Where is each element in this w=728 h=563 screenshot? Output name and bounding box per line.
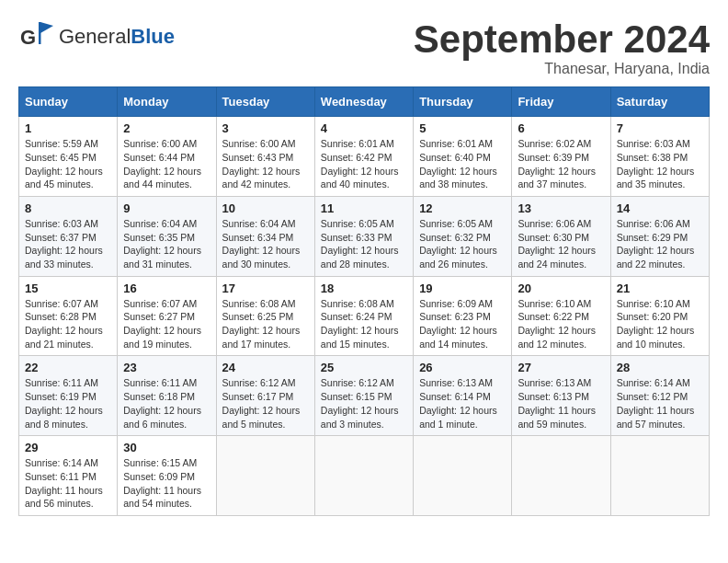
day-detail: Sunrise: 6:10 AM Sunset: 6:20 PM Dayligh… xyxy=(617,297,703,351)
day-detail: Sunrise: 5:59 AM Sunset: 6:45 PM Dayligh… xyxy=(25,137,111,191)
calendar-cell: 3 Sunrise: 6:00 AM Sunset: 6:43 PM Dayli… xyxy=(216,117,314,197)
day-number: 20 xyxy=(518,282,604,295)
day-number: 26 xyxy=(419,361,506,374)
day-detail: Sunrise: 6:06 AM Sunset: 6:30 PM Dayligh… xyxy=(518,217,604,271)
day-detail: Sunrise: 6:12 AM Sunset: 6:17 PM Dayligh… xyxy=(222,376,309,431)
calendar-cell: 12 Sunrise: 6:05 AM Sunset: 6:32 PM Dayl… xyxy=(414,196,512,276)
day-number: 14 xyxy=(617,201,703,215)
calendar-cell: 9 Sunrise: 6:04 AM Sunset: 6:35 PM Dayli… xyxy=(118,196,216,276)
day-number: 11 xyxy=(321,201,407,215)
day-detail: Sunrise: 6:15 AM Sunset: 6:09 PM Dayligh… xyxy=(123,456,210,511)
day-number: 5 xyxy=(419,121,506,135)
calendar-cell: 28 Sunrise: 6:14 AM Sunset: 6:12 PM Dayl… xyxy=(610,356,709,436)
day-number: 1 xyxy=(25,121,111,135)
day-number: 6 xyxy=(518,121,604,135)
calendar-header-row: SundayMondayTuesdayWednesdayThursdayFrid… xyxy=(19,87,710,117)
calendar-cell: 19 Sunrise: 6:09 AM Sunset: 6:23 PM Dayl… xyxy=(414,276,512,356)
calendar-cell: 17 Sunrise: 6:08 AM Sunset: 6:25 PM Dayl… xyxy=(216,276,314,356)
day-number: 23 xyxy=(123,361,210,374)
day-number: 17 xyxy=(222,282,309,295)
calendar-cell: 30 Sunrise: 6:15 AM Sunset: 6:09 PM Dayl… xyxy=(118,436,216,516)
calendar-cell: 25 Sunrise: 6:12 AM Sunset: 6:15 PM Dayl… xyxy=(314,356,413,436)
day-detail: Sunrise: 6:07 AM Sunset: 6:27 PM Dayligh… xyxy=(123,297,210,351)
day-number: 18 xyxy=(321,282,407,295)
calendar-week-row: 22 Sunrise: 6:11 AM Sunset: 6:19 PM Dayl… xyxy=(19,356,710,436)
calendar-cell: 18 Sunrise: 6:08 AM Sunset: 6:24 PM Dayl… xyxy=(314,276,413,356)
day-number: 12 xyxy=(419,201,506,215)
col-header-monday: Monday xyxy=(118,87,216,117)
calendar-cell: 2 Sunrise: 6:00 AM Sunset: 6:44 PM Dayli… xyxy=(118,117,216,197)
logo-blue: Blue xyxy=(131,25,175,48)
svg-rect-3 xyxy=(39,22,41,44)
day-number: 25 xyxy=(321,361,407,374)
day-number: 8 xyxy=(25,201,111,215)
day-detail: Sunrise: 6:02 AM Sunset: 6:39 PM Dayligh… xyxy=(518,137,604,191)
day-detail: Sunrise: 6:03 AM Sunset: 6:37 PM Dayligh… xyxy=(25,217,111,271)
calendar-cell: 15 Sunrise: 6:07 AM Sunset: 6:28 PM Dayl… xyxy=(19,276,118,356)
calendar-week-row: 8 Sunrise: 6:03 AM Sunset: 6:37 PM Dayli… xyxy=(19,196,710,276)
day-number: 2 xyxy=(123,121,210,135)
day-number: 29 xyxy=(25,441,111,454)
day-detail: Sunrise: 6:00 AM Sunset: 6:44 PM Dayligh… xyxy=(123,137,210,191)
day-detail: Sunrise: 6:08 AM Sunset: 6:25 PM Dayligh… xyxy=(222,297,309,351)
calendar-cell: 14 Sunrise: 6:06 AM Sunset: 6:29 PM Dayl… xyxy=(610,196,709,276)
day-detail: Sunrise: 6:07 AM Sunset: 6:28 PM Dayligh… xyxy=(25,297,111,351)
calendar-cell: 6 Sunrise: 6:02 AM Sunset: 6:39 PM Dayli… xyxy=(512,117,610,197)
day-detail: Sunrise: 6:04 AM Sunset: 6:35 PM Dayligh… xyxy=(123,217,210,271)
day-detail: Sunrise: 6:14 AM Sunset: 6:12 PM Dayligh… xyxy=(617,376,703,431)
day-detail: Sunrise: 6:11 AM Sunset: 6:18 PM Dayligh… xyxy=(123,376,210,431)
calendar-cell xyxy=(216,436,314,516)
calendar-cell xyxy=(414,436,512,516)
calendar-cell: 20 Sunrise: 6:10 AM Sunset: 6:22 PM Dayl… xyxy=(512,276,610,356)
logo-general: General xyxy=(59,25,131,48)
calendar-cell: 8 Sunrise: 6:03 AM Sunset: 6:37 PM Dayli… xyxy=(19,196,118,276)
calendar-cell xyxy=(314,436,413,516)
day-number: 21 xyxy=(617,282,703,295)
day-detail: Sunrise: 6:10 AM Sunset: 6:22 PM Dayligh… xyxy=(518,297,604,351)
logo-text: GeneralBlue xyxy=(59,25,175,49)
day-detail: Sunrise: 6:01 AM Sunset: 6:40 PM Dayligh… xyxy=(419,137,506,191)
calendar-cell: 10 Sunrise: 6:04 AM Sunset: 6:34 PM Dayl… xyxy=(216,196,314,276)
calendar-cell: 22 Sunrise: 6:11 AM Sunset: 6:19 PM Dayl… xyxy=(19,356,118,436)
calendar-cell: 24 Sunrise: 6:12 AM Sunset: 6:17 PM Dayl… xyxy=(216,356,314,436)
calendar-cell: 4 Sunrise: 6:01 AM Sunset: 6:42 PM Dayli… xyxy=(314,117,413,197)
col-header-tuesday: Tuesday xyxy=(216,87,314,117)
svg-text:G: G xyxy=(20,26,36,49)
calendar-cell: 5 Sunrise: 6:01 AM Sunset: 6:40 PM Dayli… xyxy=(414,117,512,197)
logo-icon: G xyxy=(18,18,55,55)
day-number: 15 xyxy=(25,282,111,295)
day-detail: Sunrise: 6:13 AM Sunset: 6:13 PM Dayligh… xyxy=(518,376,604,431)
calendar-cell: 16 Sunrise: 6:07 AM Sunset: 6:27 PM Dayl… xyxy=(118,276,216,356)
calendar-cell xyxy=(512,436,610,516)
calendar-week-row: 29 Sunrise: 6:14 AM Sunset: 6:11 PM Dayl… xyxy=(19,436,710,516)
logo: G GeneralBlue xyxy=(18,18,175,55)
calendar-cell: 27 Sunrise: 6:13 AM Sunset: 6:13 PM Dayl… xyxy=(512,356,610,436)
col-header-friday: Friday xyxy=(512,87,610,117)
day-detail: Sunrise: 6:09 AM Sunset: 6:23 PM Dayligh… xyxy=(419,297,506,351)
day-detail: Sunrise: 6:13 AM Sunset: 6:14 PM Dayligh… xyxy=(419,376,506,431)
day-number: 4 xyxy=(321,121,407,135)
day-number: 24 xyxy=(222,361,309,374)
calendar-cell xyxy=(610,436,709,516)
day-detail: Sunrise: 6:01 AM Sunset: 6:42 PM Dayligh… xyxy=(321,137,407,191)
day-number: 19 xyxy=(419,282,506,295)
day-detail: Sunrise: 6:12 AM Sunset: 6:15 PM Dayligh… xyxy=(321,376,407,431)
day-number: 16 xyxy=(123,282,210,295)
day-number: 10 xyxy=(222,201,309,215)
day-detail: Sunrise: 6:05 AM Sunset: 6:32 PM Dayligh… xyxy=(419,217,506,271)
day-detail: Sunrise: 6:08 AM Sunset: 6:24 PM Dayligh… xyxy=(321,297,407,351)
col-header-sunday: Sunday xyxy=(19,87,118,117)
calendar-cell: 29 Sunrise: 6:14 AM Sunset: 6:11 PM Dayl… xyxy=(19,436,118,516)
day-number: 13 xyxy=(518,201,604,215)
calendar-cell: 1 Sunrise: 5:59 AM Sunset: 6:45 PM Dayli… xyxy=(19,117,118,197)
page-header: G GeneralBlue September 2024 Thanesar, H… xyxy=(18,18,710,77)
day-detail: Sunrise: 6:03 AM Sunset: 6:38 PM Dayligh… xyxy=(617,137,703,191)
day-detail: Sunrise: 6:06 AM Sunset: 6:29 PM Dayligh… xyxy=(617,217,703,271)
day-number: 7 xyxy=(617,121,703,135)
day-detail: Sunrise: 6:05 AM Sunset: 6:33 PM Dayligh… xyxy=(321,217,407,271)
day-number: 30 xyxy=(123,441,210,454)
calendar-cell: 7 Sunrise: 6:03 AM Sunset: 6:38 PM Dayli… xyxy=(610,117,709,197)
location-subtitle: Thanesar, Haryana, India xyxy=(414,61,710,77)
calendar-cell: 23 Sunrise: 6:11 AM Sunset: 6:18 PM Dayl… xyxy=(118,356,216,436)
calendar-table: SundayMondayTuesdayWednesdayThursdayFrid… xyxy=(18,86,710,516)
